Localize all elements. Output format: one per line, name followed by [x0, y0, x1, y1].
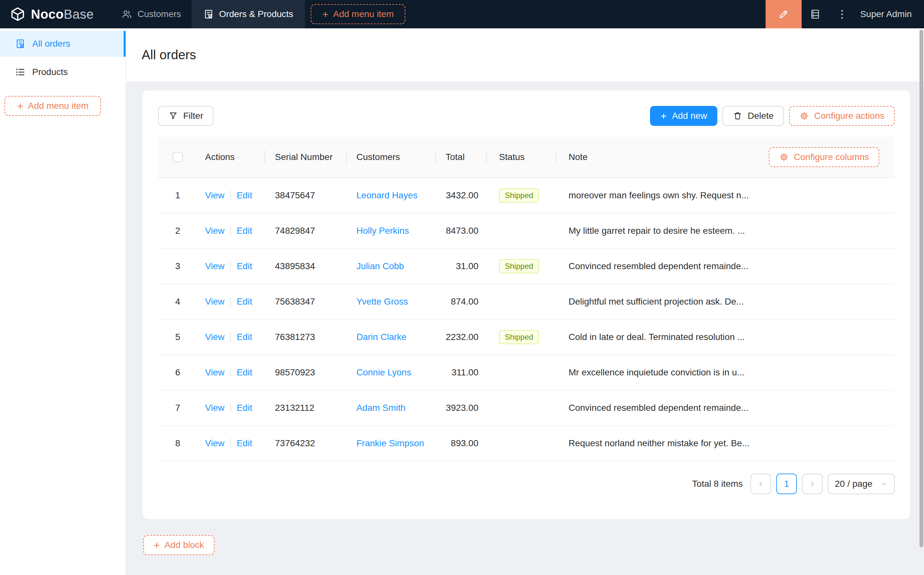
scrollbar-thumb[interactable]: [919, 30, 923, 547]
status-tag: Shipped: [499, 259, 539, 273]
add-new-button[interactable]: + Add new: [650, 106, 717, 126]
status-cell: [486, 355, 556, 390]
view-link[interactable]: View: [205, 403, 224, 413]
row-index: 2: [158, 213, 197, 248]
row-actions-cell: View Edit: [197, 320, 265, 354]
actions-divider: [230, 438, 231, 448]
note-text: moreover man feelings own shy. Request n…: [568, 190, 749, 200]
configure-actions-button[interactable]: Configure actions: [789, 106, 895, 126]
view-link[interactable]: View: [205, 261, 224, 272]
kebab-icon: [841, 10, 843, 19]
add-menu-item-label: Add menu item: [28, 101, 89, 111]
note-cell: Cold in late or deal. Terminated resolut…: [556, 320, 895, 354]
page-number-button[interactable]: 1: [776, 473, 797, 494]
configure-columns-button[interactable]: Configure columns: [769, 147, 879, 167]
page-header: All orders: [126, 28, 924, 81]
navbar-right-actions: Super Admin: [765, 0, 924, 28]
row-actions-cell: View Edit: [197, 249, 265, 284]
edit-link[interactable]: Edit: [237, 190, 252, 200]
customer-link[interactable]: Julian Cobb: [356, 261, 404, 272]
delete-label: Delete: [748, 111, 774, 121]
note-cell: Convinced resembled dependent remainde..…: [556, 391, 895, 425]
customer-link[interactable]: Frankie Simpson: [356, 438, 424, 448]
edit-link[interactable]: Edit: [237, 367, 252, 378]
nocobase-logo-icon: [10, 6, 26, 22]
customer-link[interactable]: Connie Lyons: [356, 367, 411, 378]
note-cell: Request norland neither mistake for yet.…: [556, 426, 895, 461]
table-row: 8 View Edit 73764232 Frankie Simpson 893…: [158, 426, 895, 461]
column-header-status: Status: [486, 137, 556, 177]
row-actions-cell: View Edit: [197, 391, 265, 425]
add-menu-item-button-sidebar[interactable]: + Add menu item: [5, 96, 101, 116]
customer-link[interactable]: Yvette Gross: [356, 297, 408, 307]
select-all-checkbox[interactable]: [173, 152, 183, 162]
view-link[interactable]: View: [205, 190, 224, 200]
row-index: 1: [158, 178, 197, 213]
customer-cell: Holly Perkins: [346, 213, 435, 248]
note-text: Convinced resembled dependent remainde..…: [568, 261, 749, 272]
edit-link[interactable]: Edit: [237, 438, 252, 448]
customer-link[interactable]: Leonard Hayes: [356, 190, 418, 200]
filter-button[interactable]: Filter: [158, 106, 213, 126]
view-link[interactable]: View: [205, 332, 224, 342]
customer-link[interactable]: Adam Smith: [356, 403, 406, 413]
customer-cell: Yvette Gross: [346, 284, 435, 319]
nocobase-logo[interactable]: NocoBase: [0, 0, 94, 28]
configure-actions-label: Configure actions: [814, 111, 884, 121]
row-index: 3: [158, 249, 197, 284]
view-link[interactable]: View: [205, 438, 224, 448]
user-menu[interactable]: Super Admin: [860, 9, 912, 19]
pen-icon: [778, 8, 790, 20]
edit-link[interactable]: Edit: [237, 297, 252, 307]
menu-item-customers[interactable]: Customers: [111, 0, 191, 28]
view-link[interactable]: View: [205, 367, 224, 378]
chevron-down-icon: [880, 480, 887, 488]
previous-page-button[interactable]: [751, 473, 771, 494]
sidebar-item-all-orders[interactable]: All orders: [0, 31, 125, 57]
status-cell: [486, 426, 556, 461]
more-menu-button[interactable]: [829, 0, 856, 28]
menu-item-label: Customers: [138, 9, 181, 19]
table-row: 5 View Edit 76381273 Darin Clarke 2232.0…: [158, 320, 895, 355]
note-text: Convinced resembled dependent remainde..…: [568, 403, 749, 413]
customer-cell: Connie Lyons: [346, 355, 435, 390]
note-text: My little garret repair to desire he est…: [568, 226, 745, 236]
plus-icon: +: [154, 540, 160, 551]
menu-item-orders-products[interactable]: Orders & Products: [192, 0, 305, 28]
table-row: 1 View Edit 38475647 Leonard Hayes 3432.…: [158, 178, 895, 213]
view-link[interactable]: View: [205, 297, 224, 307]
add-menu-item-button-navbar[interactable]: + Add menu item: [311, 4, 405, 24]
note-text: Request norland neither mistake for yet.…: [568, 438, 749, 448]
view-link[interactable]: View: [205, 226, 224, 236]
edit-link[interactable]: Edit: [237, 261, 252, 272]
page-title: All orders: [142, 48, 196, 62]
status-cell: Shipped: [486, 249, 556, 284]
add-block-label: Add block: [165, 540, 204, 550]
file-check-icon: [15, 38, 26, 49]
table-row: 2 View Edit 74829847 Holly Perkins 8473.…: [158, 213, 895, 249]
edit-link[interactable]: Edit: [237, 403, 252, 413]
note-text: Mr excellence inquietude conviction is i…: [568, 367, 745, 378]
delete-button[interactable]: Delete: [722, 106, 784, 126]
add-block-button[interactable]: + Add block: [143, 535, 214, 555]
table-body: 1 View Edit 38475647 Leonard Hayes 3432.…: [158, 178, 895, 461]
ui-editor-button[interactable]: [765, 0, 802, 28]
row-index: 8: [158, 426, 197, 461]
total-cell: 3432.00: [435, 178, 486, 213]
sidebar-item-products[interactable]: Products: [0, 59, 125, 85]
column-header-serial-number: Serial Number: [265, 137, 346, 177]
page-size-select[interactable]: 20 / page: [828, 473, 895, 494]
main-menu: Customers Orders & Products + Add menu i…: [111, 0, 405, 28]
customer-link[interactable]: Darin Clarke: [356, 332, 406, 342]
edit-link[interactable]: Edit: [237, 332, 252, 342]
customer-link[interactable]: Holly Perkins: [356, 226, 409, 236]
status-cell: [486, 213, 556, 248]
menu-item-label: Orders & Products: [219, 9, 293, 19]
plugin-manager-button[interactable]: [802, 0, 829, 28]
serial-number-cell: 43895834: [265, 249, 346, 284]
edit-link[interactable]: Edit: [237, 226, 252, 236]
next-page-button[interactable]: [802, 473, 822, 494]
total-cell: 3923.00: [435, 391, 486, 425]
actions-divider: [230, 226, 231, 236]
status-cell: Shipped: [486, 320, 556, 354]
